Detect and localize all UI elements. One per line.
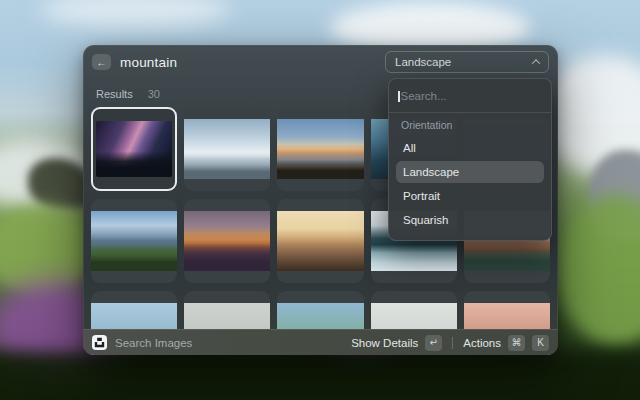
show-details-button[interactable]: Show Details [351,337,418,349]
desktop-wallpaper: ← mountain Landscape Results 30 [0,0,640,400]
result-thumbnail[interactable] [184,199,270,283]
dropdown-search[interactable] [396,85,544,107]
cloud [40,0,230,28]
text-cursor [398,91,400,102]
unsplash-icon [92,335,107,350]
grassy-slope [556,195,640,345]
foreground-foliage [0,352,640,400]
results-count: 30 [148,88,160,100]
result-thumbnail-selected[interactable] [91,107,177,191]
search-query-text[interactable]: mountain [120,55,177,70]
header: ← mountain Landscape [83,45,558,79]
option-squarish[interactable]: Squarish [396,209,544,231]
dropdown-search-input[interactable] [401,90,543,102]
result-thumbnail[interactable] [91,199,177,283]
footer-actions: Show Details ↵ Actions ⌘ K [351,335,549,351]
back-button[interactable]: ← [92,54,111,70]
chevron-up-icon [532,59,540,67]
option-all[interactable]: All [396,137,544,159]
actions-button[interactable]: Actions [463,337,501,349]
filter-dropdown-label: Landscape [395,56,451,68]
thumbnail-image [91,211,177,271]
launcher-window: ← mountain Landscape Results 30 [83,45,558,355]
footer-divider [452,337,453,349]
result-thumbnail[interactable] [277,199,363,283]
k-key-icon: K [532,335,549,351]
orientation-dropdown-panel: Orientation All Landscape Portrait Squar… [388,78,552,241]
dropdown-section-label: Orientation [401,119,539,131]
command-key-icon: ⌘ [508,335,525,351]
dropdown-divider [389,112,551,113]
result-thumbnail[interactable] [277,107,363,191]
thumbnail-image [277,119,363,179]
extension-name: Search Images [115,337,192,349]
result-thumbnail[interactable] [184,107,270,191]
thumbnail-image [184,119,270,179]
thumbnail-image [277,211,363,271]
enter-key-icon: ↵ [425,335,442,351]
back-arrow-icon: ← [97,57,107,68]
option-landscape-selected[interactable]: Landscape [396,161,544,183]
thumbnail-image [96,121,172,177]
option-portrait[interactable]: Portrait [396,185,544,207]
thumbnail-image [184,211,270,271]
filter-dropdown-button[interactable]: Landscape [385,51,549,73]
footer-bar: Search Images Show Details ↵ Actions ⌘ K [83,329,558,355]
results-label: Results [96,88,133,100]
